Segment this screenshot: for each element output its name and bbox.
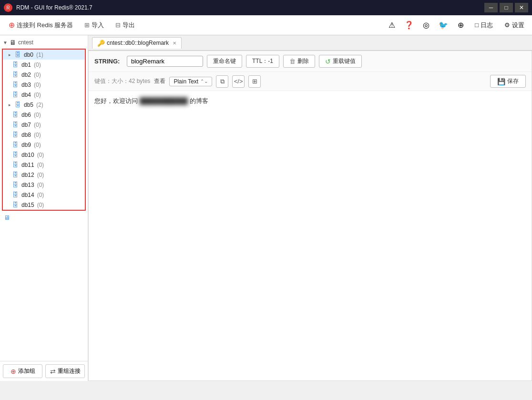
- db-name: db14: [21, 192, 34, 198]
- help-icon-btn[interactable]: ❓: [402, 19, 416, 32]
- copy-button[interactable]: ⧉: [216, 75, 228, 88]
- db-icon: 🗄: [12, 131, 19, 138]
- value-text-blur: ███████████: [140, 97, 188, 104]
- value-text-prefix: 您好，欢迎访问: [94, 97, 138, 104]
- db-list-item[interactable]: 🗄 db14 (0): [3, 190, 85, 200]
- db-count: (0): [34, 132, 41, 138]
- db-list-item[interactable]: 🗄 db2 (0): [3, 70, 85, 80]
- export-button[interactable]: ⊟ 导出: [111, 19, 140, 31]
- network-icon-btn[interactable]: ⊕: [454, 19, 467, 32]
- connect-button[interactable]: ⊕ 连接到 Redis 服务器: [4, 19, 78, 31]
- db-list-item[interactable]: 🗄 db7 (0): [3, 120, 85, 130]
- db-count: (0): [34, 72, 41, 78]
- db-name: db9: [21, 142, 31, 148]
- db-list-item[interactable]: 🗄 db6 (0): [3, 110, 85, 120]
- log-button[interactable]: □ 日志: [471, 19, 497, 31]
- settings-button[interactable]: ⚙ 设置: [501, 19, 528, 31]
- key-tab-icon: 🔑: [97, 40, 105, 47]
- db-name: db12: [21, 172, 34, 178]
- db-list-item[interactable]: 🗄 db4 (0): [3, 90, 85, 100]
- key-header: STRING: 重命名键 TTL：-1 🗑 删除 ↺ 重载键值: [89, 51, 532, 72]
- reload-icon: ↺: [325, 58, 331, 65]
- db-count: (0): [37, 192, 44, 198]
- secondary-server-icon: 🖥: [4, 214, 10, 221]
- db-name: db11: [21, 162, 34, 168]
- db-list-item[interactable]: 🗄 db8 (0): [3, 130, 85, 140]
- db-icon: 🗄: [12, 81, 19, 88]
- binary-button[interactable]: ⊞: [248, 75, 261, 88]
- value-content: 您好，欢迎访问 ███████████ 的博客: [89, 91, 532, 380]
- warning-icon-btn[interactable]: ⚠: [385, 19, 399, 32]
- db-count: (0): [37, 172, 44, 178]
- code-icon: </>: [234, 78, 243, 85]
- delete-button[interactable]: 🗑 删除: [283, 55, 315, 68]
- twitter-icon-btn[interactable]: 🐦: [437, 19, 450, 32]
- binary-icon: ⊞: [252, 78, 257, 85]
- server-name: cntest: [18, 39, 33, 46]
- toolbar-right-icons: ⚠ ❓ ◎ 🐦 ⊕ □ 日志 ⚙ 设置: [385, 19, 528, 32]
- key-name-input[interactable]: [127, 56, 203, 67]
- reconnect-button[interactable]: ⇄ 重组连接: [45, 364, 85, 378]
- key-type-label: STRING:: [94, 58, 123, 65]
- tree-collapse-arrow: ▼: [3, 40, 8, 45]
- db-list-item[interactable]: 🗄 db1 (0): [3, 60, 85, 70]
- db-count: (0): [34, 112, 41, 118]
- view-label: 查看: [154, 77, 165, 85]
- db-icon: 🗄: [12, 161, 19, 168]
- db-icon: 🗄: [12, 141, 19, 148]
- add-group-button[interactable]: ⊕ 添加组: [3, 364, 42, 378]
- db-count: (0): [34, 142, 41, 148]
- circle-icon-btn[interactable]: ◎: [419, 19, 433, 32]
- reload-label: 重载键值: [333, 57, 356, 65]
- settings-label: 设置: [512, 21, 524, 30]
- db-list-item[interactable]: ▸ 🗄 db5 (2): [3, 100, 85, 110]
- db-list-item[interactable]: 🗄 db12 (0): [3, 170, 85, 180]
- tab-close-button[interactable]: ✕: [173, 41, 176, 46]
- close-button[interactable]: ✕: [515, 3, 528, 12]
- reload-button[interactable]: ↺ 重载键值: [319, 55, 362, 68]
- db-name: db0: [24, 51, 33, 58]
- delete-label: 删除: [297, 57, 309, 65]
- view-mode-text: Plain Text: [174, 78, 198, 85]
- db-name: db10: [21, 152, 34, 158]
- db-list-item[interactable]: 🗄 db3 (0): [3, 80, 85, 90]
- db-icon: 🗄: [12, 91, 19, 98]
- rename-key-button[interactable]: 重命名键: [207, 55, 242, 68]
- value-header: 键值：大小：42 bytes 查看 Plain Text ⌃⌄ ⧉ </> ⊞ …: [89, 72, 532, 91]
- main-layout: ▼ 🖥 cntest ▸ 🗄 db0 (1) 🗄 db1 (0) 🗄 db2 (…: [0, 35, 532, 381]
- connect-icon: ⊕: [9, 21, 15, 30]
- db-list-item[interactable]: 🗄 db11 (0): [3, 160, 85, 170]
- db-name: db2: [21, 72, 31, 78]
- db-list-item[interactable]: 🗄 db10 (0): [3, 150, 85, 160]
- reconnect-label: 重组连接: [58, 367, 81, 375]
- content-area: 🔑 cntest::db0::blogRemark ✕ STRING: 重命名键…: [88, 35, 532, 381]
- db-icon: 🗄: [15, 101, 21, 108]
- db-count: (0): [37, 182, 44, 188]
- code-button[interactable]: </>: [232, 75, 245, 88]
- db-icon: 🗄: [15, 51, 21, 58]
- db-icon: 🗄: [12, 181, 19, 188]
- sidebar-tree: ▼ 🖥 cntest ▸ 🗄 db0 (1) 🗄 db1 (0) 🗄 db2 (…: [0, 35, 88, 361]
- db-list: ▸ 🗄 db0 (1) 🗄 db1 (0) 🗄 db2 (0) 🗄 db3 (0…: [2, 49, 86, 211]
- db-name: db7: [21, 122, 31, 128]
- db-list-item[interactable]: 🗄 db9 (0): [3, 140, 85, 150]
- view-mode-select[interactable]: Plain Text ⌃⌄: [169, 77, 212, 86]
- db-count: (0): [37, 152, 44, 158]
- save-label: 保存: [507, 77, 519, 85]
- minimize-button[interactable]: ─: [484, 3, 498, 12]
- save-icon: 💾: [497, 78, 505, 85]
- maximize-button[interactable]: □: [500, 3, 513, 12]
- sidebar: ▼ 🖥 cntest ▸ 🗄 db0 (1) 🗄 db1 (0) 🗄 db2 (…: [0, 35, 88, 381]
- key-tab[interactable]: 🔑 cntest::db0::blogRemark ✕: [92, 37, 182, 49]
- db-list-item[interactable]: 🗄 db15 (0): [3, 200, 85, 210]
- db-list-item[interactable]: 🗄 db13 (0): [3, 180, 85, 190]
- value-text-suffix: 的博客: [190, 97, 208, 104]
- save-button[interactable]: 💾 保存: [490, 75, 526, 88]
- view-select-arrow-icon: ⌃⌄: [200, 79, 208, 84]
- db-list-item[interactable]: ▸ 🗄 db0 (1): [3, 50, 85, 60]
- secondary-server-item[interactable]: 🖥: [0, 213, 88, 223]
- server-root-item[interactable]: ▼ 🖥 cntest: [0, 37, 88, 48]
- db-count: (1): [36, 51, 43, 58]
- key-viewer: STRING: 重命名键 TTL：-1 🗑 删除 ↺ 重载键值 键值：大小：42…: [88, 51, 532, 381]
- import-button[interactable]: ⊞ 导入: [80, 19, 109, 31]
